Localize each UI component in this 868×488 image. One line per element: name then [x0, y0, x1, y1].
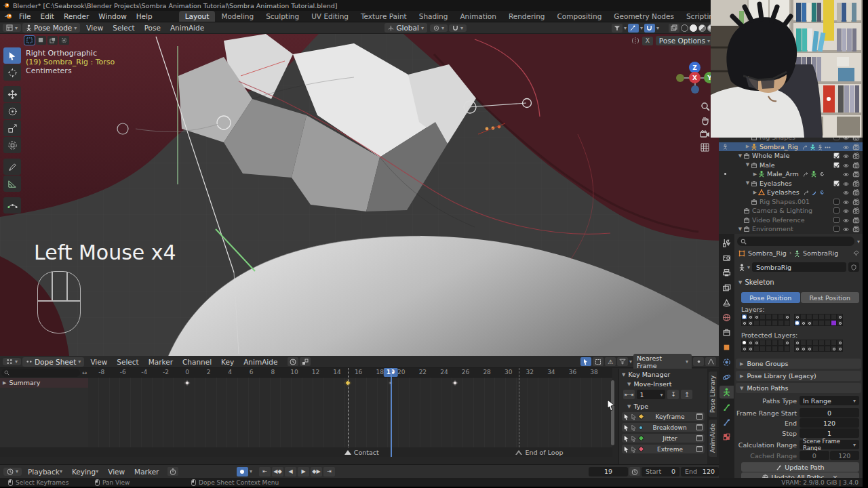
workspace-tab-layout[interactable]: Layout: [179, 11, 216, 22]
show-hidden-filter-button[interactable]: [593, 357, 604, 366]
fake-user-shield-button[interactable]: [848, 262, 859, 272]
key-type-extreme[interactable]: Extreme: [622, 445, 705, 453]
side-tab-animaide[interactable]: AnimAide: [709, 420, 717, 457]
snapping-toggle-button[interactable]: [644, 24, 655, 33]
breadcrumb-object[interactable]: Sombra_Rig: [748, 249, 787, 257]
expander-icon[interactable]: ▼: [745, 162, 751, 167]
layer-toggle[interactable]: [818, 346, 825, 352]
layer-toggle[interactable]: [778, 320, 784, 326]
type-title[interactable]: Type: [633, 403, 648, 410]
select-mode-box-button[interactable]: [36, 36, 46, 45]
view-layer-tab-button[interactable]: [719, 281, 734, 294]
layer-toggle[interactable]: [825, 314, 831, 320]
pin-icon[interactable]: [853, 250, 859, 256]
layer-toggle[interactable]: [831, 320, 837, 326]
only-selected-filter-button[interactable]: [580, 357, 591, 366]
object-tab-button[interactable]: [719, 341, 734, 354]
key-import-button[interactable]: ↧: [667, 390, 679, 399]
pose-library-section[interactable]: ▶Pose Library (Legacy): [736, 371, 861, 381]
layer-toggle[interactable]: [800, 320, 806, 326]
layer-toggle[interactable]: [753, 314, 760, 320]
layer-toggle[interactable]: [825, 346, 831, 352]
end-frame-field[interactable]: End120: [681, 467, 719, 476]
snap-dropdown[interactable]: ▾: [449, 24, 467, 32]
pose-position-button[interactable]: Pose Position: [741, 292, 800, 303]
layer-toggle[interactable]: [812, 314, 818, 320]
select-mode-circle-button[interactable]: [47, 36, 58, 45]
modifier-tab-button[interactable]: [719, 356, 734, 369]
workspace-tab-rendering[interactable]: Rendering: [502, 11, 551, 22]
layer-toggle[interactable]: [837, 346, 843, 352]
select-mode-tweak-button[interactable]: [24, 36, 35, 45]
layer-toggle[interactable]: [747, 320, 753, 326]
pose-options-dropdown[interactable]: Pose Options▾: [656, 36, 713, 45]
mode-selector[interactable]: Pose Mode▾: [22, 23, 80, 33]
gizmo-x-axis[interactable]: X: [689, 72, 701, 83]
pivot-point-dropdown[interactable]: ▾: [430, 24, 448, 32]
layer-toggle[interactable]: [806, 340, 812, 346]
layer-toggle[interactable]: [812, 346, 818, 352]
top-menu-edit[interactable]: Edit: [36, 12, 59, 21]
tool-tab-button[interactable]: [719, 237, 734, 249]
layer-toggle[interactable]: [806, 346, 812, 352]
expander-icon[interactable]: ▼: [737, 226, 743, 232]
bone-groups-section[interactable]: ▶Bone Groups: [736, 359, 861, 369]
top-menu-help[interactable]: Help: [132, 12, 157, 21]
camera-view-icon[interactable]: [700, 130, 710, 138]
annotate-tool-button[interactable]: [3, 159, 21, 175]
workspace-tab-animation[interactable]: Animation: [454, 11, 502, 22]
dopesheet-menu-select[interactable]: Select: [112, 357, 143, 367]
stopwatch-icon[interactable]: [167, 467, 178, 476]
overlays-toggle-button[interactable]: [669, 24, 679, 33]
data-name-field[interactable]: SombraRig: [752, 262, 846, 272]
skeleton-section-header[interactable]: ▼Skeleton: [738, 279, 774, 286]
auto-keying-toggle[interactable]: [237, 467, 248, 476]
marker-triangle[interactable]: [344, 450, 351, 455]
filter-funnel-button[interactable]: [617, 357, 628, 366]
key-type-jitter[interactable]: Jitter: [622, 434, 705, 443]
object-data-tab-button[interactable]: [719, 386, 734, 399]
expander-icon[interactable]: ▶: [745, 144, 751, 149]
playbar-menu-view[interactable]: View: [103, 467, 130, 476]
layer-toggle[interactable]: [825, 320, 831, 326]
top-menu-render[interactable]: Render: [59, 12, 94, 21]
bone-constraint-tab-button[interactable]: [719, 415, 734, 428]
layer-toggle[interactable]: [753, 346, 760, 352]
select-mode-lasso-button[interactable]: [59, 36, 69, 45]
key-type-keyframe[interactable]: Keyframe: [622, 412, 705, 421]
layer-toggle[interactable]: [766, 314, 772, 320]
layer-toggle[interactable]: [772, 314, 778, 320]
viewport-menu-view[interactable]: View: [81, 23, 108, 33]
visibility-checkbox[interactable]: [833, 226, 840, 232]
outliner-row-environment[interactable]: ▼Environment: [719, 224, 863, 234]
layer-toggle[interactable]: [800, 314, 806, 320]
dopesheet-mode-dropdown[interactable]: Dope Sheet▾: [22, 357, 84, 367]
playhead[interactable]: [391, 368, 392, 457]
layer-toggle[interactable]: [784, 346, 790, 352]
proportional-edit-keys-icon[interactable]: [693, 357, 704, 366]
layer-toggle[interactable]: [837, 340, 843, 346]
shading-material-button[interactable]: [698, 24, 706, 32]
delete-icon[interactable]: [696, 413, 703, 420]
move-insert-value-field[interactable]: 1▾: [637, 390, 665, 399]
layer-toggle[interactable]: [747, 346, 753, 352]
layer-toggle[interactable]: [778, 346, 784, 352]
summary-channel-label[interactable]: ▶Summary: [3, 379, 40, 386]
dopesheet-menu-channel[interactable]: Channel: [178, 357, 216, 367]
layer-toggle[interactable]: [812, 340, 818, 346]
navigation-gizmo[interactable]: Z X Y: [675, 58, 715, 98]
rest-position-button[interactable]: Rest Position: [801, 292, 860, 303]
grid-toggle-icon[interactable]: [701, 143, 709, 152]
layer-toggle[interactable]: [831, 314, 837, 320]
expander-icon[interactable]: ▶: [752, 171, 758, 177]
jump-to-end-button[interactable]: ⇥: [323, 467, 335, 476]
layer-toggle[interactable]: [760, 346, 766, 352]
workspace-tab-geometry-nodes[interactable]: Geometry Nodes: [608, 11, 680, 22]
key-manager-title[interactable]: Key Manager: [628, 371, 670, 378]
zoom-tool-icon[interactable]: [701, 102, 710, 111]
marker-row[interactable]: ContactEnd of Loop: [0, 447, 612, 457]
frame-range-start-field[interactable]: 0: [800, 408, 859, 418]
start-frame-field[interactable]: Start0: [642, 467, 679, 476]
layer-toggle[interactable]: [741, 320, 747, 326]
current-frame-field[interactable]: 19: [589, 467, 628, 476]
